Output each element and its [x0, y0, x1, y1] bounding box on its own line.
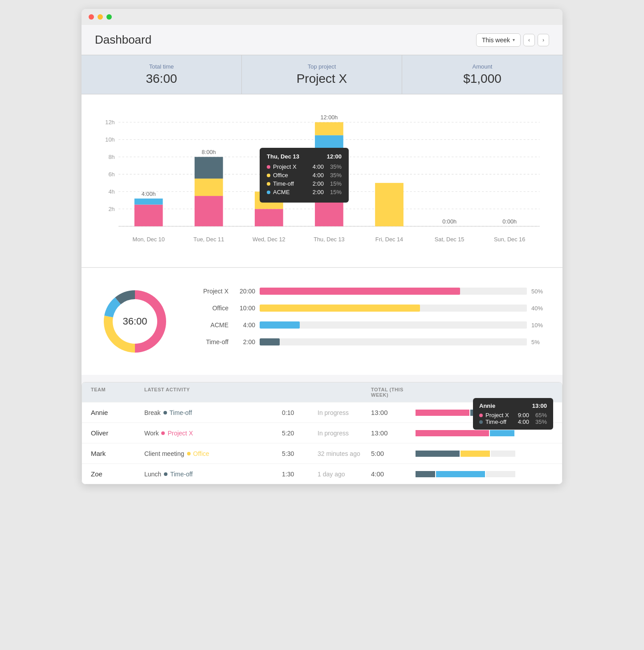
donut-center-label: 36:00 — [122, 316, 147, 327]
activity-dot — [161, 431, 165, 435]
svg-rect-28 — [315, 157, 343, 191]
total-time-value: 36:00 — [90, 72, 232, 86]
activity-dot — [163, 411, 167, 414]
svg-text:0:00h: 0:00h — [502, 218, 517, 225]
svg-text:Wed, Dec 12: Wed, Dec 12 — [253, 236, 285, 243]
total-cell: 5:00 — [371, 450, 416, 457]
close-button[interactable] — [89, 14, 94, 20]
team-member-name: Zoe — [91, 470, 144, 478]
activity-cell: Break Time-off — [144, 409, 282, 416]
activity-label: Work — [144, 430, 159, 437]
svg-rect-33 — [375, 183, 404, 226]
project-bars: Project X 20:00 50% Office 10:00 40% ACM… — [193, 288, 549, 355]
project-bar-row: Office 10:00 40% — [193, 305, 549, 312]
team-tooltip-row: Time-off 4:00 35% — [479, 418, 547, 425]
svg-text:4h: 4h — [108, 188, 114, 195]
team-bar-segment — [416, 430, 489, 436]
header: Dashboard This week ▾ ‹ › — [82, 25, 562, 55]
team-bar-segment — [416, 471, 435, 477]
tooltip-dot — [479, 414, 483, 417]
activity-dot — [187, 452, 191, 455]
svg-text:Sat, Dec 15: Sat, Dec 15 — [435, 236, 465, 243]
svg-rect-14 — [135, 205, 163, 227]
duration-cell: 1:30 — [282, 471, 318, 478]
prev-week-button[interactable]: ‹ — [523, 34, 535, 46]
activity-label: Break — [144, 409, 161, 416]
status-cell: 32 minutes ago — [318, 450, 371, 457]
project-bar-row: Project X 20:00 50% — [193, 288, 549, 295]
project-bar-pct: 50% — [531, 288, 549, 295]
svg-rect-30 — [315, 122, 343, 135]
page-title: Dashboard — [95, 33, 151, 47]
bar-chart-svg: 2h4h6h8h10h12h4:00hMon, Dec 108:00hTue, … — [95, 112, 549, 246]
activity-dot — [164, 472, 167, 476]
total-cell: 13:00 — [371, 409, 416, 416]
svg-rect-18 — [195, 196, 223, 226]
project-bar-row: ACME 4:00 10% — [193, 321, 549, 329]
team-tooltip-item-time: 4:00 — [518, 418, 529, 425]
svg-text:6h: 6h — [108, 171, 114, 178]
stats-row: Total time 36:00 Top project Project X A… — [82, 55, 562, 94]
total-time-label: Total time — [90, 63, 232, 70]
next-week-button[interactable]: › — [538, 34, 549, 46]
project-bar-fill — [260, 321, 300, 329]
project-bar-row: Time-off 2:00 5% — [193, 338, 549, 345]
svg-text:2h: 2h — [108, 206, 114, 212]
maximize-button[interactable] — [106, 14, 112, 20]
team-bar-segment — [416, 451, 460, 457]
activity-cell: Client meeting Office — [144, 450, 282, 457]
project-bar-pct: 5% — [531, 339, 549, 345]
svg-text:Mon, Dec 10: Mon, Dec 10 — [133, 236, 165, 243]
project-bar-name: Time-off — [193, 338, 228, 345]
project-bar-track — [260, 338, 527, 345]
team-bar-cell — [416, 430, 553, 436]
minimize-button[interactable] — [98, 14, 103, 20]
team-tooltip-header: Annie 13:00 — [479, 402, 547, 409]
team-tooltip-row: Project X 9:00 65% — [479, 412, 547, 418]
team-bar-segment — [490, 430, 514, 436]
tooltip-dot — [479, 420, 483, 424]
team-tooltip-item-name: Project X — [485, 412, 509, 418]
team-bar-cell: Annie 13:00 Project X 9:00 65% Time-off … — [416, 410, 553, 416]
activity-cell: Lunch Time-off — [144, 471, 282, 478]
svg-text:Thu, Dec 13: Thu, Dec 13 — [314, 236, 344, 243]
team-bar-segment — [491, 451, 515, 457]
donut-section: 36:00 Project X 20:00 50% Office 10:00 4… — [82, 268, 562, 375]
status-cell: In progress — [318, 430, 371, 437]
duration-cell: 5:30 — [282, 450, 318, 457]
top-project-label: Top project — [251, 63, 393, 70]
team-member-name: Annie — [91, 409, 144, 416]
activity-project: Project X — [167, 430, 193, 437]
svg-text:Fri, Dec 14: Fri, Dec 14 — [375, 236, 403, 243]
team-tooltip-name: Annie — [479, 402, 495, 409]
team-rows: Annie Break Time-off 0:10 In progress 13… — [82, 402, 562, 484]
activity-project: Time-off — [170, 409, 192, 416]
status-cell: 1 day ago — [318, 471, 371, 478]
amount-value: $1,000 — [411, 72, 554, 86]
project-bar-time: 4:00 — [233, 321, 255, 329]
activity-project: Office — [193, 450, 209, 457]
svg-rect-24 — [255, 191, 283, 209]
team-tooltip-item-time: 9:00 — [518, 412, 529, 418]
activity-project: Time-off — [170, 471, 193, 478]
duration-cell: 0:10 — [282, 409, 318, 416]
status-cell: In progress — [318, 409, 371, 416]
amount-cell: Amount $1,000 — [402, 55, 562, 94]
svg-text:0:00h: 0:00h — [442, 218, 457, 225]
team-col-total: TOTAL (THIS WEEK) — [371, 387, 416, 398]
team-section: TEAM LATEST ACTIVITY TOTAL (THIS WEEK) A… — [82, 382, 562, 484]
week-dropdown[interactable]: This week ▾ — [476, 33, 521, 47]
bar-chart-section: 2h4h6h8h10h12h4:00hMon, Dec 108:00hTue, … — [82, 94, 562, 267]
team-col-activity: LATEST ACTIVITY — [144, 387, 282, 398]
project-bar-fill — [260, 338, 280, 345]
team-col-duration — [282, 387, 318, 398]
total-time-cell: Total time 36:00 — [82, 55, 242, 94]
team-member-name: Oliver — [91, 429, 144, 437]
team-bar-segment — [416, 410, 469, 416]
team-col-team: TEAM — [91, 387, 144, 398]
team-tooltip-total: 13:00 — [532, 402, 547, 409]
team-bar-segment — [486, 471, 515, 477]
team-tooltip: Annie 13:00 Project X 9:00 65% Time-off … — [473, 398, 553, 430]
title-bar — [82, 9, 562, 25]
total-cell: 4:00 — [371, 470, 416, 478]
